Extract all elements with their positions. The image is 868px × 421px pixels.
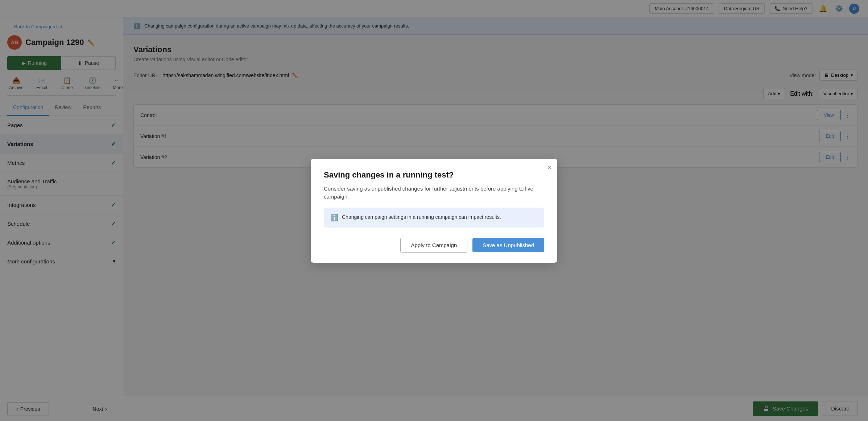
modal-title: Saving changes in a running test? — [324, 170, 544, 180]
apply-label: Apply to Campaign — [411, 242, 457, 248]
save-as-unpublished-button[interactable]: Save as Unpublished — [472, 238, 544, 252]
save-unpublished-label: Save as Unpublished — [483, 242, 534, 248]
modal: × Saving changes in a running test? Cons… — [311, 159, 557, 263]
modal-description: Consider saving as unpublished changes f… — [324, 185, 544, 201]
modal-actions: Apply to Campaign Save as Unpublished — [324, 238, 544, 253]
modal-info-box: ℹ️ Changing campaign settings in a runni… — [324, 208, 544, 228]
apply-to-campaign-button[interactable]: Apply to Campaign — [400, 238, 467, 253]
modal-info-icon: ℹ️ — [330, 214, 338, 222]
modal-info-text: Changing campaign settings in a running … — [342, 213, 501, 221]
modal-overlay: × Saving changes in a running test? Cons… — [0, 0, 868, 421]
modal-close-button[interactable]: × — [547, 164, 551, 171]
close-icon: × — [547, 163, 551, 171]
